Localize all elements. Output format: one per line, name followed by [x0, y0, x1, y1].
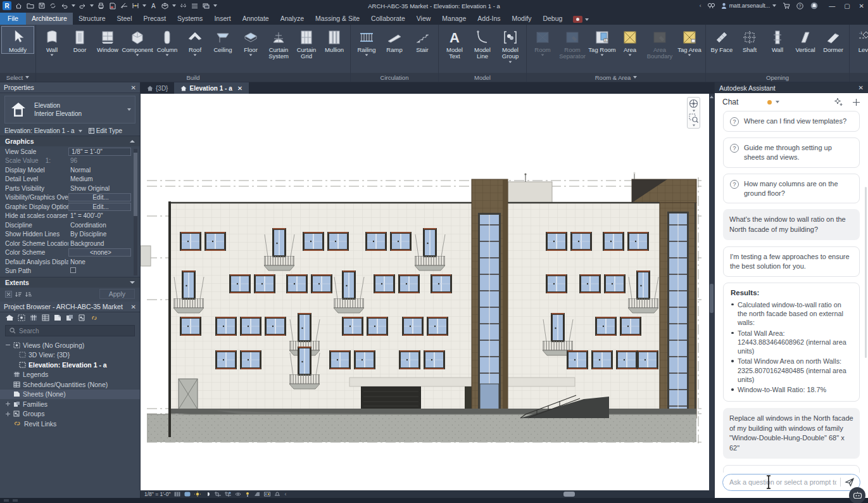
- tab-manage[interactable]: Manage: [436, 13, 472, 25]
- tab-insert[interactable]: Insert: [208, 13, 236, 25]
- tab-view[interactable]: View: [411, 13, 437, 25]
- roof-button[interactable]: Roof: [181, 27, 209, 56]
- notifications-icon[interactable]: [810, 2, 818, 10]
- instance-selector[interactable]: Elevation: Elevation 1 - a: [4, 127, 75, 134]
- dormer-button[interactable]: Dormer: [819, 27, 847, 53]
- prompt-card[interactable]: ? How many columns are on the ground flo…: [723, 174, 860, 204]
- default-3d-view-icon[interactable]: [161, 2, 169, 10]
- dimension-dropdown-icon[interactable]: [142, 4, 146, 7]
- canvas-horizontal-scrollbar[interactable]: [324, 492, 710, 497]
- steering-wheel-icon[interactable]: [689, 99, 698, 108]
- tab-architecture[interactable]: Architecture: [26, 13, 73, 25]
- stair-button[interactable]: Stair: [408, 27, 436, 53]
- tag-area-button[interactable]: Tag Area: [676, 27, 703, 56]
- tab-massing-site[interactable]: Massing & Site: [310, 13, 365, 25]
- properties-close-icon[interactable]: ✕: [131, 84, 136, 91]
- browser-search-input[interactable]: [19, 328, 114, 334]
- tag-room-button[interactable]: 1Tag Room: [588, 27, 616, 56]
- door-button[interactable]: Door: [66, 27, 94, 53]
- browser-legends-icon[interactable]: [30, 314, 37, 321]
- component-button[interactable]: Component: [122, 27, 153, 56]
- undo-icon[interactable]: [60, 2, 68, 10]
- apply-button[interactable]: Apply: [99, 289, 135, 299]
- sparkle-icon[interactable]: [834, 98, 843, 106]
- railing-button[interactable]: Railing: [353, 27, 381, 56]
- tab-precast[interactable]: Precast: [138, 13, 172, 25]
- expand-control-bar-icon[interactable]: ‹: [284, 491, 286, 497]
- property-row[interactable]: Visibility/Graphics Ove...Edit...: [5, 193, 131, 203]
- zoom-region-icon[interactable]: [689, 113, 698, 123]
- close-button[interactable]: ✕: [859, 3, 864, 10]
- tree-item-views[interactable]: Views (No Grouping): [0, 340, 140, 350]
- browser-groups-icon[interactable]: [78, 314, 85, 321]
- instance-dropdown-icon[interactable]: [79, 130, 82, 132]
- tab-modify[interactable]: Modify: [506, 13, 538, 25]
- property-row[interactable]: Color Scheme LocationBackground: [5, 239, 131, 248]
- curtain-system-button[interactable]: Curtain System: [265, 27, 292, 60]
- properties-scrollbar[interactable]: [134, 149, 137, 276]
- vertical-opening-button[interactable]: Vertical: [791, 27, 819, 53]
- property-row[interactable]: View Scale1/8" = 1'-0": [5, 147, 131, 156]
- tab-file[interactable]: File: [0, 13, 26, 25]
- prompt-card[interactable]: ? Guide me through setting up sheets and…: [723, 137, 860, 168]
- sheet-issue-icon[interactable]: [108, 2, 116, 10]
- ramp-button[interactable]: Ramp: [381, 27, 408, 53]
- window-button[interactable]: Window: [94, 27, 122, 53]
- redo-icon[interactable]: [79, 2, 87, 10]
- crop-view-icon[interactable]: [215, 492, 221, 497]
- tree-item-schedules[interactable]: Schedules/Quantities (None): [0, 379, 140, 390]
- chat-dropdown-icon[interactable]: [776, 101, 779, 103]
- type-selector-dropdown-icon[interactable]: [127, 108, 131, 111]
- chat-scrollbar[interactable]: [865, 187, 867, 358]
- temporary-hide-icon[interactable]: [235, 492, 241, 497]
- ceiling-button[interactable]: Ceiling: [209, 27, 237, 53]
- property-row[interactable]: Show Hidden LinesBy Discipline: [5, 230, 131, 239]
- property-row[interactable]: Detail LevelMedium: [5, 175, 131, 184]
- tab-debug[interactable]: Debug: [537, 13, 568, 25]
- open-folder-icon[interactable]: [26, 2, 34, 10]
- browser-home-icon[interactable]: [5, 314, 13, 321]
- aligned-dimension-icon[interactable]: [131, 2, 139, 10]
- detail-level-icon[interactable]: [174, 492, 180, 497]
- reveal-hidden-icon[interactable]: [245, 492, 250, 497]
- shaft-button[interactable]: Shaft: [736, 27, 764, 53]
- cart-icon[interactable]: [782, 2, 790, 10]
- tab-steel[interactable]: Steel: [111, 13, 138, 25]
- save-icon[interactable]: [37, 2, 46, 10]
- tree-item-revit-links[interactable]: Revit Links: [0, 419, 140, 429]
- new-chat-icon[interactable]: [852, 98, 860, 106]
- panel-label-room-area[interactable]: Room & Area: [527, 73, 705, 82]
- account-menu[interactable]: matt.arsenault...: [721, 3, 777, 9]
- measure-icon[interactable]: [120, 2, 128, 10]
- chat-messages[interactable]: ? Where can I find view templates? ? Gui…: [715, 111, 868, 473]
- tree-item-families[interactable]: Families: [0, 399, 140, 409]
- switch-windows-icon[interactable]: [202, 2, 210, 10]
- property-row[interactable]: DisciplineCoordination: [5, 220, 131, 230]
- sun-path-checkbox[interactable]: [70, 267, 76, 273]
- tree-item-sheets[interactable]: Sheets (None): [0, 390, 140, 400]
- worksharing-icon[interactable]: [264, 492, 270, 497]
- floor-button[interactable]: Floor: [237, 27, 265, 56]
- chat-selector[interactable]: Chat: [722, 98, 738, 106]
- assistant-close-icon[interactable]: ✕: [859, 84, 864, 91]
- model-line-button[interactable]: Model Line: [469, 27, 496, 60]
- thin-lines-icon[interactable]: [191, 2, 199, 10]
- redo-dropdown-icon[interactable]: [90, 4, 94, 7]
- curtain-grid-button[interactable]: Curtain Grid: [292, 27, 320, 60]
- browser-search[interactable]: [5, 325, 135, 336]
- browser-sheets-icon[interactable]: [54, 314, 61, 321]
- revit-logo-icon[interactable]: R: [3, 1, 11, 10]
- browser-views-icon[interactable]: [18, 314, 25, 321]
- type-selector[interactable]: ElevationInterior Elevation: [4, 96, 135, 124]
- view-scale-control[interactable]: 1/8" = 1'-0": [144, 491, 170, 497]
- browser-links-icon[interactable]: [90, 315, 99, 321]
- assistant-badge[interactable]: [849, 487, 865, 503]
- mullion-button[interactable]: Mullion: [320, 27, 348, 53]
- extents-section-header[interactable]: Extents: [0, 277, 140, 288]
- section-icon[interactable]: [179, 2, 187, 10]
- text-icon[interactable]: A: [149, 2, 158, 10]
- temporary-properties-icon[interactable]: [254, 492, 260, 497]
- help-icon[interactable]: ?: [796, 2, 804, 10]
- zoom-dropdown-icon[interactable]: [692, 125, 695, 127]
- modify-button[interactable]: Modify: [2, 27, 34, 53]
